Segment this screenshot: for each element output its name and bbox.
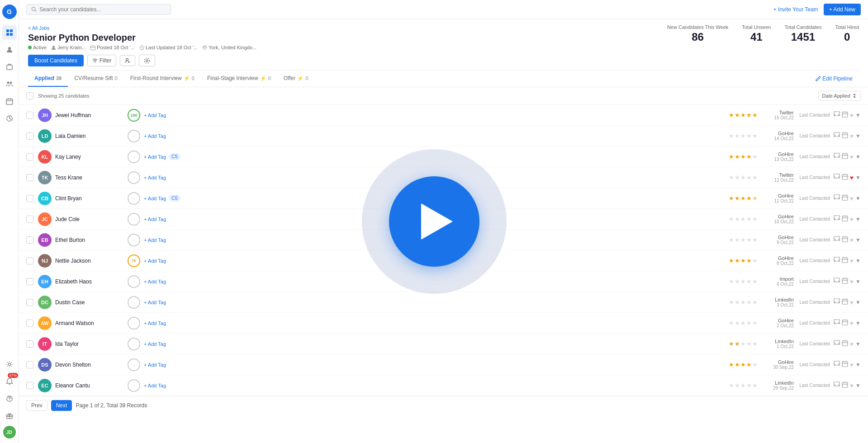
row-checkbox[interactable] [26,299,33,306]
boost-candidates-button[interactable]: Boost Candidates [28,55,84,66]
sidebar-item-gift[interactable] [2,409,17,423]
calendar-action-icon[interactable] [842,340,848,348]
row-chevron-icon[interactable]: ▼ [855,278,861,285]
add-tag-button[interactable]: + Add Tag [144,154,166,160]
message-icon[interactable] [834,257,840,264]
search-box[interactable] [26,4,171,15]
tab-first-round[interactable]: First-Round Interview⚡ 0 [124,71,201,87]
candidate-name[interactable]: Devon Shelton [55,362,128,368]
row-chevron-icon[interactable]: ▼ [855,112,861,118]
candidate-name[interactable]: Elizabeth Haos [55,278,128,285]
candidate-name[interactable]: Tess Krane [55,174,128,181]
star-rating[interactable]: ★★★★★ [729,174,758,181]
heart-icon[interactable]: ♥ [850,382,854,389]
date-sort-button[interactable]: Date Applied [818,91,861,101]
row-checkbox[interactable] [26,112,33,119]
calendar-action-icon[interactable] [842,215,848,223]
add-tag-button[interactable]: + Add Tag [144,217,166,222]
sidebar-item-dashboard[interactable] [2,25,17,40]
heart-icon[interactable]: ♥ [850,299,854,306]
add-tag-button[interactable]: + Add Tag [144,133,166,139]
row-chevron-icon[interactable]: ▼ [855,195,861,202]
star-rating[interactable]: ★★★★★ [729,195,758,202]
sidebar-item-analytics[interactable] [2,111,17,126]
row-chevron-icon[interactable]: ▼ [855,216,861,222]
calendar-action-icon[interactable] [842,111,848,119]
heart-icon[interactable]: ♥ [850,320,854,327]
add-tag-button[interactable]: + Add Tag [144,383,166,388]
row-chevron-icon[interactable]: ▼ [855,382,861,389]
row-chevron-icon[interactable]: ▼ [855,133,861,139]
candidate-name[interactable]: Lala Damien [55,133,128,139]
sidebar-item-settings[interactable] [2,357,17,372]
play-button[interactable] [389,176,479,267]
heart-icon[interactable]: ♥ [850,112,854,119]
star-rating[interactable]: ★★★★★ [729,382,758,389]
add-tag-button[interactable]: + Add Tag [144,113,166,118]
sidebar-item-calendar[interactable] [2,94,17,108]
sidebar-item-team[interactable] [2,77,17,91]
heart-icon[interactable]: ♥ [850,153,854,160]
add-member-button[interactable] [120,55,135,66]
candidate-name[interactable]: Jewel Huffman [55,112,128,118]
calendar-action-icon[interactable] [842,194,848,202]
select-all-checkbox[interactable] [26,92,33,99]
candidate-name[interactable]: Armand Watson [55,320,128,326]
tab-offer[interactable]: Offer ⚡ 0 [277,71,315,87]
message-icon[interactable] [834,340,840,348]
row-chevron-icon[interactable]: ▼ [855,299,861,306]
star-rating[interactable]: ★★★★★ [729,257,758,264]
add-tag-button[interactable]: + Add Tag [144,196,166,201]
row-checkbox[interactable] [26,174,33,181]
row-checkbox[interactable] [26,340,33,348]
add-tag-button[interactable]: + Add Tag [144,237,166,243]
row-chevron-icon[interactable]: ▼ [855,237,861,243]
add-tag-button[interactable]: + Add Tag [144,362,166,368]
prev-button[interactable]: Prev [26,400,47,411]
calendar-action-icon[interactable] [842,319,848,327]
star-rating[interactable]: ★★★★★ [729,153,758,160]
heart-icon[interactable]: ♥ [850,132,854,140]
add-tag-button[interactable]: + Add Tag [144,300,166,305]
tab-applied[interactable]: Applied 39 [28,71,68,87]
invite-team-link[interactable]: + Invite Your Team [773,6,818,13]
settings-button[interactable] [139,55,155,66]
candidate-name[interactable]: Kay Laney [55,154,128,160]
row-chevron-icon[interactable]: ▼ [855,174,861,181]
row-checkbox[interactable] [26,320,33,327]
add-tag-button[interactable]: + Add Tag [144,341,166,347]
filter-button[interactable]: Filter [87,55,117,66]
row-chevron-icon[interactable]: ▼ [855,154,861,160]
back-link[interactable]: < All Jobs [28,25,49,31]
sidebar-item-help[interactable] [2,391,17,406]
row-checkbox[interactable] [26,361,33,368]
star-rating[interactable]: ★★★★★ [729,216,758,222]
row-chevron-icon[interactable]: ▼ [855,362,861,368]
message-icon[interactable] [834,236,840,244]
star-rating[interactable]: ★★★★★ [729,340,758,347]
heart-icon[interactable]: ♥ [850,257,854,264]
star-rating[interactable]: ★★★★★ [729,236,758,243]
heart-icon[interactable]: ♥ [850,278,854,285]
edit-pipeline-link[interactable]: Edit Pipeline [809,71,859,86]
message-icon[interactable] [834,361,840,368]
message-icon[interactable] [834,111,840,119]
add-tag-button[interactable]: + Add Tag [144,175,166,180]
message-icon[interactable] [834,132,840,140]
row-checkbox[interactable] [26,236,33,244]
tab-final-stage[interactable]: Final-Stage Interview⚡ 0 [201,71,277,87]
star-rating[interactable]: ★★★★★ [729,278,758,285]
star-rating[interactable]: ★★★★★ [729,320,758,326]
message-icon[interactable] [834,382,840,389]
row-checkbox[interactable] [26,153,33,160]
candidate-name[interactable]: Jude Cole [55,216,128,222]
message-icon[interactable] [834,319,840,327]
calendar-action-icon[interactable] [842,298,848,306]
heart-icon[interactable]: ♥ [850,236,854,244]
row-chevron-icon[interactable]: ▼ [855,320,861,326]
message-icon[interactable] [834,194,840,202]
heart-icon[interactable]: ♥ [850,216,854,223]
tab-cv-sift[interactable]: CV/Resume Sift 0 [68,71,123,87]
heart-icon[interactable]: ♥ [850,174,854,181]
add-tag-button[interactable]: + Add Tag [144,279,166,284]
